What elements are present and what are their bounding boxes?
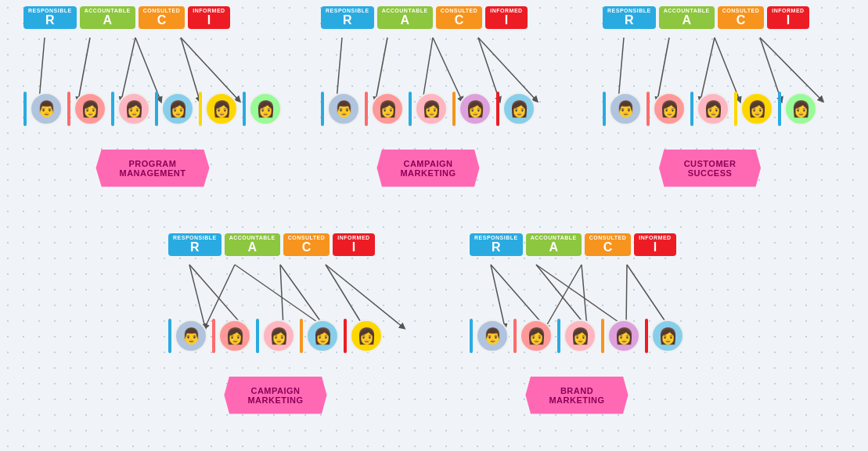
- avatar-item: 👨: [603, 92, 642, 126]
- raci-chart: RESPONSIBLE R ACCOUNTABLE A CONSULTED C …: [0, 0, 868, 451]
- raci-accountable-1: ACCOUNTABLE A: [80, 6, 135, 29]
- avatar-item: 👩: [646, 92, 686, 126]
- avatar-bar: [690, 92, 693, 126]
- avatar-item: 👩: [344, 319, 383, 353]
- avatar-bar: [645, 319, 648, 353]
- raci-informed-5: INFORMED I: [634, 233, 675, 256]
- dept-program-management: RESPONSIBLE R ACCOUNTABLE A CONSULTED C …: [23, 6, 282, 187]
- avatar-bar: [212, 319, 215, 353]
- raci-consulted-3: CONSULTED C: [718, 6, 765, 29]
- dept-campaign-marketing-bottom: RESPONSIBLE R ACCOUNTABLE A CONSULTED C …: [168, 233, 383, 414]
- raci-accountable-5: ACCOUNTABLE A: [526, 233, 582, 256]
- avatar-bar: [111, 92, 114, 126]
- avatar-item: 👩: [778, 92, 817, 126]
- avatar: 👩: [564, 319, 596, 352]
- avatar-bar: [199, 92, 202, 126]
- raci-legend-1: RESPONSIBLE R ACCOUNTABLE A CONSULTED C …: [23, 6, 282, 29]
- avatar: 👨: [476, 319, 509, 352]
- raci-responsible-3: RESPONSIBLE R: [603, 6, 656, 29]
- avatar: 👩: [262, 319, 295, 352]
- dept-label-container-2: CAMPAIGNMARKETING: [321, 150, 535, 187]
- dept-label-container-3: CUSTOMERSUCCESS: [603, 150, 817, 187]
- avatars-row-5: 👨 👩 👩 👩 👩: [470, 319, 684, 353]
- avatar-item: 👩: [199, 92, 238, 126]
- dept-campaign-marketing-top: RESPONSIBLE R ACCOUNTABLE A CONSULTED C …: [321, 6, 535, 187]
- dept-label-4: CAMPAIGNMARKETING: [224, 377, 326, 414]
- avatar-bar: [734, 92, 737, 126]
- avatar: 👩: [653, 92, 686, 125]
- avatar-bar: [452, 92, 456, 126]
- avatar-bar: [168, 319, 171, 353]
- avatars-row-4: 👨 👩 👩 👩 👩: [168, 319, 383, 353]
- avatar: 👩: [520, 319, 553, 352]
- dept-customer-success: RESPONSIBLE R ACCOUNTABLE A CONSULTED C …: [603, 6, 817, 187]
- avatar-item: 👩: [601, 319, 640, 353]
- avatar-bar: [365, 92, 368, 126]
- avatar-item: 👩: [734, 92, 773, 126]
- raci-legend-5: RESPONSIBLE R ACCOUNTABLE A CONSULTED C …: [470, 233, 684, 256]
- avatar-item: 👩: [513, 319, 553, 353]
- avatar: 👩: [74, 92, 106, 125]
- raci-accountable-3: ACCOUNTABLE A: [659, 6, 715, 29]
- avatar-bar: [344, 319, 347, 353]
- avatar-item: 👩: [212, 319, 251, 353]
- avatar-item: 👨: [23, 92, 63, 126]
- avatar: 👩: [161, 92, 194, 125]
- avatar: 👩: [697, 92, 729, 125]
- avatar: 👩: [415, 92, 448, 125]
- avatar: 👩: [205, 92, 238, 125]
- raci-informed-3: INFORMED I: [767, 6, 809, 29]
- avatar-item: 👩: [409, 92, 448, 126]
- avatar: 👩: [371, 92, 404, 125]
- avatar-item: 👨: [470, 319, 509, 353]
- raci-responsible-1: RESPONSIBLE R: [23, 6, 77, 29]
- avatar-item: 👩: [645, 319, 684, 353]
- raci-responsible-2: RESPONSIBLE R: [321, 6, 374, 29]
- avatar-item: 👩: [155, 92, 194, 126]
- dept-label-2: CAMPAIGNMARKETING: [376, 150, 479, 187]
- avatar: 👩: [350, 319, 383, 352]
- avatar: 👩: [117, 92, 150, 125]
- avatar-bar: [646, 92, 650, 126]
- avatar-bar: [243, 92, 246, 126]
- avatar: 👩: [502, 92, 535, 125]
- avatar-bar: [470, 319, 473, 353]
- avatar-item: 👩: [256, 319, 295, 353]
- avatar: 👨: [609, 92, 642, 125]
- raci-consulted-1: CONSULTED C: [139, 6, 185, 29]
- avatar-item: 👩: [67, 92, 106, 126]
- avatar: 👩: [459, 92, 492, 125]
- raci-responsible-4: RESPONSIBLE R: [168, 233, 222, 256]
- raci-consulted-4: CONSULTED C: [283, 233, 330, 256]
- avatar-item: 👩: [452, 92, 492, 126]
- avatar-bar: [513, 319, 517, 353]
- avatar-bar: [496, 92, 499, 126]
- avatar-item: 👩: [690, 92, 729, 126]
- avatar-bar: [601, 319, 604, 353]
- dept-label-5: BRANDMARKETING: [525, 377, 628, 414]
- avatar-item: 👩: [243, 92, 282, 126]
- raci-consulted-5: CONSULTED C: [585, 233, 632, 256]
- avatar-bar: [256, 319, 259, 353]
- avatar-item: 👨: [321, 92, 360, 126]
- raci-responsible-5: RESPONSIBLE R: [470, 233, 523, 256]
- raci-informed-2: INFORMED I: [485, 6, 527, 29]
- raci-accountable-4: ACCOUNTABLE A: [225, 233, 280, 256]
- avatar-item: 👩: [111, 92, 150, 126]
- avatar-item: 👨: [168, 319, 207, 353]
- avatar: 👨: [30, 92, 63, 125]
- raci-legend-2: RESPONSIBLE R ACCOUNTABLE A CONSULTED C …: [321, 6, 535, 29]
- avatar-bar: [557, 319, 560, 353]
- raci-legend-4: RESPONSIBLE R ACCOUNTABLE A CONSULTED C …: [168, 233, 383, 256]
- avatar: 👨: [327, 92, 360, 125]
- dept-label-container-5: BRANDMARKETING: [470, 377, 684, 414]
- avatar: 👩: [249, 92, 282, 125]
- dept-label-3: CUSTOMERSUCCESS: [659, 150, 761, 187]
- avatar-item: 👩: [365, 92, 404, 126]
- dept-label-container-4: CAMPAIGNMARKETING: [168, 377, 383, 414]
- avatar-bar: [300, 319, 303, 353]
- avatar: 👨: [175, 319, 207, 352]
- raci-informed-4: INFORMED I: [333, 233, 374, 256]
- raci-informed-1: INFORMED I: [188, 6, 229, 29]
- avatar-bar: [409, 92, 412, 126]
